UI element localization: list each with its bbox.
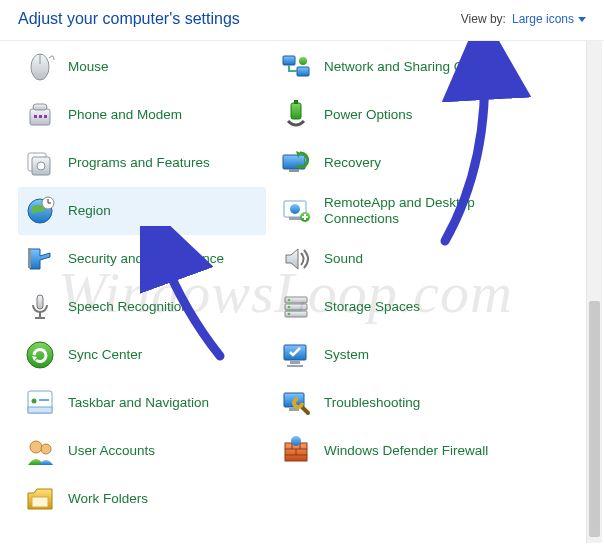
svg-rect-35	[289, 217, 301, 220]
item-label: Phone and Modem	[68, 107, 182, 123]
control-panel-item[interactable]: Sound	[274, 235, 522, 283]
control-panel-item[interactable]: Windows Defender Firewall	[274, 427, 522, 475]
item-label: Sync Center	[68, 347, 142, 363]
control-panel-item[interactable]: User Accounts	[18, 427, 266, 475]
remoteapp-icon	[280, 195, 312, 227]
item-label: Windows Defender Firewall	[324, 443, 488, 459]
svg-rect-26	[283, 56, 295, 65]
scrollbar-thumb[interactable]	[589, 301, 600, 537]
item-label: Troubleshooting	[324, 395, 420, 411]
item-label: System	[324, 347, 369, 363]
item-label: Work Folders	[68, 491, 148, 507]
control-panel-item[interactable]: Work Folders	[18, 475, 266, 523]
item-label: Speech Recognition	[68, 299, 189, 315]
item-label: Security and Maintenance	[68, 251, 224, 267]
control-panel-item[interactable]: Region	[18, 187, 266, 235]
item-label: RemoteApp and Desktop Connections	[324, 195, 516, 226]
item-label: Network and Sharing Center	[324, 59, 494, 75]
mouse-icon	[24, 51, 56, 83]
svg-rect-4	[34, 115, 37, 118]
programs-features-icon	[24, 147, 56, 179]
control-panel-item[interactable]: Mouse	[18, 43, 266, 91]
recovery-icon	[280, 147, 312, 179]
svg-point-34	[290, 204, 300, 214]
items-grid: MousePhone and ModemPrograms and Feature…	[4, 43, 604, 523]
user-accounts-icon	[24, 435, 56, 467]
svg-point-24	[41, 444, 51, 454]
svg-point-54	[291, 436, 301, 446]
svg-point-40	[288, 299, 291, 302]
svg-rect-32	[289, 169, 299, 172]
control-panel-item[interactable]: Troubleshooting	[274, 379, 522, 427]
control-panel-item[interactable]: Speech Recognition	[18, 283, 266, 331]
scrollbar-track[interactable]	[586, 41, 602, 543]
defender-firewall-icon	[280, 435, 312, 467]
work-folders-icon	[24, 483, 56, 515]
item-label: Sound	[324, 251, 363, 267]
viewby-label: View by:	[461, 12, 506, 26]
item-label: Recovery	[324, 155, 381, 171]
control-panel-item[interactable]: RemoteApp and Desktop Connections	[274, 187, 522, 235]
sync-center-icon	[24, 339, 56, 371]
svg-rect-14	[28, 248, 31, 268]
item-label: Region	[68, 203, 111, 219]
control-panel-item[interactable]: Power Options	[274, 91, 522, 139]
item-label: Storage Spaces	[324, 299, 420, 315]
svg-point-41	[288, 306, 291, 309]
svg-rect-3	[33, 104, 47, 110]
right-column: Network and Sharing CenterPower OptionsR…	[274, 43, 522, 523]
troubleshooting-icon	[280, 387, 312, 419]
left-column: MousePhone and ModemPrograms and Feature…	[18, 43, 266, 523]
svg-point-28	[299, 57, 307, 65]
item-label: User Accounts	[68, 443, 155, 459]
svg-rect-27	[297, 67, 309, 76]
power-options-icon	[280, 99, 312, 131]
control-panel-item[interactable]: Storage Spaces	[274, 283, 522, 331]
control-panel-header: Adjust your computer's settings View by:…	[0, 0, 604, 41]
speech-recognition-icon	[24, 291, 56, 323]
region-icon	[24, 195, 56, 227]
storage-spaces-icon	[280, 291, 312, 323]
control-panel-item[interactable]: Security and Maintenance	[18, 235, 266, 283]
svg-rect-5	[39, 115, 42, 118]
svg-rect-22	[39, 399, 49, 401]
svg-point-21	[32, 399, 37, 404]
svg-point-9	[37, 162, 45, 170]
network-sharing-icon	[280, 51, 312, 83]
item-label: Mouse	[68, 59, 109, 75]
svg-rect-30	[294, 100, 298, 104]
control-panel-item[interactable]: Network and Sharing Center	[274, 43, 522, 91]
control-panel-item[interactable]: Phone and Modem	[18, 91, 266, 139]
taskbar-navigation-icon	[24, 387, 56, 419]
control-panel-item[interactable]: Taskbar and Navigation	[18, 379, 266, 427]
control-panel-body: WindowsLoop.com MousePhone and ModemProg…	[0, 41, 604, 543]
svg-rect-20	[28, 407, 52, 413]
svg-rect-29	[291, 103, 301, 119]
svg-point-42	[288, 313, 291, 316]
page-title: Adjust your computer's settings	[18, 10, 461, 28]
security-maintenance-icon	[24, 243, 56, 275]
item-label: Taskbar and Navigation	[68, 395, 209, 411]
control-panel-item[interactable]: Recovery	[274, 139, 522, 187]
svg-rect-15	[37, 295, 43, 309]
viewby-dropdown[interactable]: Large icons	[512, 12, 586, 26]
system-icon	[280, 339, 312, 371]
viewby-value-text: Large icons	[512, 12, 574, 26]
svg-rect-25	[32, 497, 48, 507]
item-label: Programs and Features	[68, 155, 210, 171]
control-panel-item[interactable]: System	[274, 331, 522, 379]
sound-icon	[280, 243, 312, 275]
control-panel-item[interactable]: Sync Center	[18, 331, 266, 379]
svg-rect-45	[287, 365, 303, 367]
control-panel-item[interactable]: Programs and Features	[18, 139, 266, 187]
svg-point-18	[27, 342, 53, 368]
svg-rect-6	[44, 115, 47, 118]
chevron-down-icon	[578, 17, 586, 22]
phone-modem-icon	[24, 99, 56, 131]
item-label: Power Options	[324, 107, 413, 123]
svg-rect-44	[290, 361, 300, 364]
svg-point-23	[30, 441, 42, 453]
